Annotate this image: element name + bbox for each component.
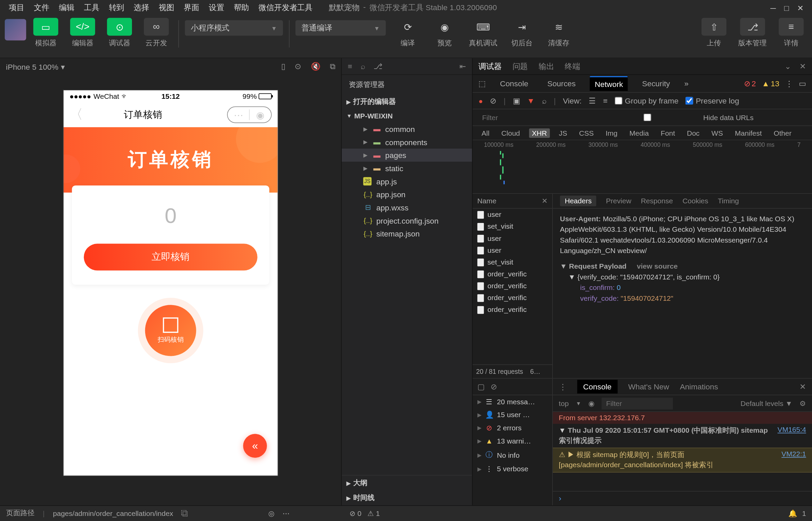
eye-icon[interactable]: ◉ xyxy=(588,399,594,408)
close-icon[interactable]: ✕ xyxy=(797,3,804,12)
project-root[interactable]: ▼MP-WEIXIN xyxy=(342,109,472,122)
open-editors-section[interactable]: ▶打开的编辑器 xyxy=(342,94,472,109)
more-panels-icon[interactable]: » xyxy=(684,79,689,88)
debugger-button[interactable]: ⊙调试器 xyxy=(104,18,136,48)
console-prompt[interactable]: › xyxy=(553,491,812,505)
bell-icon[interactable]: 🔔 xyxy=(788,509,797,518)
request-row[interactable]: user xyxy=(473,209,552,221)
verify-button[interactable]: 立即核销 xyxy=(84,244,257,270)
tree-item-app.json[interactable]: {..}app.json xyxy=(342,188,472,201)
menu-goto[interactable]: 转到 xyxy=(105,1,128,15)
upload-button[interactable]: ⇧上传 xyxy=(698,18,730,48)
console-category[interactable]: ▶👤15 user … xyxy=(473,408,552,422)
tree-item-project.config.json[interactable]: {..}project.config.json xyxy=(342,214,472,227)
menu-dots-icon[interactable]: ⋯ xyxy=(228,109,249,120)
avatar[interactable] xyxy=(5,19,26,40)
tree-item-common[interactable]: ▶▬common xyxy=(342,122,472,136)
filter-css[interactable]: CSS xyxy=(576,128,597,138)
view-source-link[interactable]: view source xyxy=(637,262,678,271)
maximize-icon[interactable]: □ xyxy=(784,3,789,12)
search-icon[interactable]: ⌕ xyxy=(542,96,547,105)
outline-section[interactable]: ▶大纲 xyxy=(342,476,472,491)
tree-item-sitemap.json[interactable]: {..}sitemap.json xyxy=(342,227,472,240)
console-category[interactable]: ▶⊘2 errors xyxy=(473,422,552,435)
inspect-icon[interactable]: ⬚ xyxy=(478,79,486,88)
minimize-icon[interactable]: ─ xyxy=(770,3,776,12)
request-row[interactable]: order_verific xyxy=(473,292,552,304)
sidebar-icon[interactable]: ▢ xyxy=(477,382,484,391)
console-category[interactable]: ▶⋮5 verbose xyxy=(473,462,552,476)
preview-button[interactable]: ◉预览 xyxy=(428,18,460,48)
search-icon[interactable]: ⌕ xyxy=(361,62,365,71)
detail-button[interactable]: ≡详情 xyxy=(775,18,807,48)
drawer-tab-whatsnew[interactable]: What's New xyxy=(628,382,669,391)
filter-manifest[interactable]: Manifest xyxy=(732,128,765,138)
drawer-close-icon[interactable]: ✕ xyxy=(799,382,806,391)
clear-cache-button[interactable]: ≋清缓存 xyxy=(543,18,575,48)
tab-problems[interactable]: 问题 xyxy=(513,61,528,72)
mute-icon[interactable]: 🔇 xyxy=(311,62,320,71)
tab-output[interactable]: 输出 xyxy=(539,61,554,72)
levels-dropdown[interactable]: Default levels ▼ xyxy=(741,399,792,408)
code-input[interactable]: 0 xyxy=(84,203,257,228)
filter-xhr[interactable]: XHR xyxy=(529,128,550,138)
compile-button[interactable]: ⟳编译 xyxy=(392,18,424,48)
request-row[interactable]: set_visit xyxy=(473,256,552,268)
record-icon[interactable]: ⊙ xyxy=(295,62,301,71)
status-warn[interactable]: ⚠ 1 xyxy=(367,509,380,518)
console-category[interactable]: ▶ⓘNo info xyxy=(473,448,552,462)
filter-all[interactable]: All xyxy=(478,128,492,138)
detail-tab-timing[interactable]: Timing xyxy=(718,197,739,205)
filter-img[interactable]: Img xyxy=(603,128,621,138)
detail-tab-cookies[interactable]: Cookies xyxy=(682,197,708,205)
device-selector[interactable]: iPhone 5 100%▾ xyxy=(6,62,65,71)
menu-project[interactable]: 项目 xyxy=(5,1,28,15)
menu-settings[interactable]: 设置 xyxy=(204,1,228,15)
tab-terminal[interactable]: 终端 xyxy=(565,61,580,72)
filter-doc[interactable]: Doc xyxy=(684,128,702,138)
console-category[interactable]: ▶▲13 warni… xyxy=(473,434,552,448)
editor-button[interactable]: </>编辑器 xyxy=(67,18,99,48)
compile-mode-dropdown[interactable]: 普通编译▼ xyxy=(295,20,386,36)
request-row[interactable]: order_verific xyxy=(473,304,552,316)
status-error[interactable]: ⊘ 0 xyxy=(349,509,361,518)
menu-file[interactable]: 文件 xyxy=(30,1,53,15)
clear-icon[interactable]: ⊘ xyxy=(490,96,496,105)
tree-item-pages[interactable]: ▶▬pages xyxy=(342,149,472,162)
filter-font[interactable]: Font xyxy=(658,128,678,138)
clear-console-icon[interactable]: ⊘ xyxy=(491,382,497,391)
timeline[interactable]: 100000 ms200000 ms300000 ms400000 ms5000… xyxy=(473,140,812,194)
view-small-icon[interactable]: ≡ xyxy=(603,96,607,105)
panel-network[interactable]: Network xyxy=(590,76,628,91)
filter-media[interactable]: Media xyxy=(626,128,652,138)
tree-item-components[interactable]: ▶▬components xyxy=(342,136,472,149)
console-message[interactable]: From server 132.232.176.7 xyxy=(553,412,812,424)
preserve-log[interactable]: Preserve log xyxy=(686,96,739,105)
eye-icon[interactable]: ◎ xyxy=(268,509,274,518)
scan-button[interactable]: 扫码核销 xyxy=(145,305,196,356)
menu-edit[interactable]: 编辑 xyxy=(55,1,78,15)
request-row[interactable]: order_verific xyxy=(473,268,552,280)
chevron-down-icon[interactable]: ⌄ xyxy=(785,62,791,71)
cloud-button[interactable]: ∞云开发 xyxy=(140,18,173,48)
more-icon[interactable]: ⋯ xyxy=(283,509,290,518)
menu-tools[interactable]: 工具 xyxy=(80,1,103,15)
drawer-tab-animations[interactable]: Animations xyxy=(680,382,718,391)
request-row[interactable]: order_verific xyxy=(473,280,552,292)
drawer-kebab-icon[interactable]: ⋮ xyxy=(559,382,567,391)
menu-ui[interactable]: 界面 xyxy=(180,1,203,15)
panel-console[interactable]: Console xyxy=(495,77,533,90)
console-category[interactable]: ▶☰20 messa… xyxy=(473,395,552,408)
filter-cloud[interactable]: Cloud xyxy=(498,128,523,138)
menu-wechat[interactable]: 微信开发者工具 xyxy=(254,1,317,15)
filter-input[interactable] xyxy=(478,111,585,123)
collapse-icon[interactable]: ⇤ xyxy=(459,62,466,71)
device-icon[interactable]: ▯ xyxy=(281,62,285,71)
context-selector[interactable]: top xyxy=(559,399,569,408)
detail-tab-preview[interactable]: Preview xyxy=(606,197,631,205)
popout-icon[interactable]: ⧉ xyxy=(330,62,335,71)
detail-tab-response[interactable]: Response xyxy=(641,197,673,205)
kebab-icon[interactable]: ⋮ xyxy=(785,79,793,88)
panel-sources[interactable]: Sources xyxy=(543,77,581,90)
request-row[interactable]: set_visit xyxy=(473,221,552,232)
